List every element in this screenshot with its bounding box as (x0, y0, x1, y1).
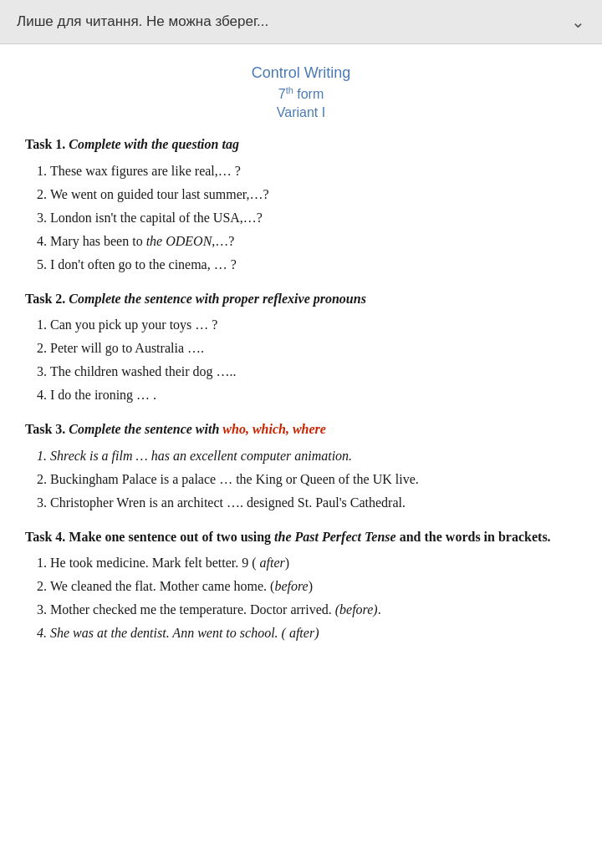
list-item: She was at the dentist. Ann went to scho… (50, 623, 577, 643)
list-item: The children washed their dog ….. (50, 362, 577, 382)
task3-description: Complete the sentence with (69, 422, 222, 436)
title-main: Control Writing (25, 64, 577, 82)
title-section: Control Writing 7th form Variant I (25, 64, 577, 120)
task4-list: He took medicine. Mark felt better. 9 ( … (50, 553, 577, 643)
task3-heading: Task 3. Complete the sentence with who, … (25, 420, 577, 439)
task1-description: Complete with the question tag (69, 137, 239, 151)
task2-list: Can you pick up your toys … ? Peter will… (50, 315, 577, 405)
task2-heading: Task 2. Complete the sentence with prope… (25, 290, 577, 308)
form-number: 7 (278, 87, 286, 101)
form-label: form (293, 87, 324, 101)
list-item: Mother checked me the temperature. Docto… (50, 600, 577, 620)
task3-list: Shreck is a film … has an excellent comp… (50, 446, 577, 513)
list-item: I don't often go to the cinema, … ? (50, 255, 577, 275)
title-form: 7th form (25, 85, 577, 102)
readonly-text: Лише для читання. Не можна зберег... (17, 13, 268, 30)
list-item: Can you pick up your toys … ? (50, 315, 577, 335)
list-item: He took medicine. Mark felt better. 9 ( … (50, 553, 577, 573)
task4-description: Make one sentence out of two using the P… (69, 530, 550, 544)
task1-heading: Task 1. Complete with the question tag (25, 135, 577, 154)
header-bar: Лише для читання. Не можна зберег... ⌄ (0, 0, 602, 44)
chevron-down-icon[interactable]: ⌄ (571, 12, 585, 32)
list-item: We went on guided tour last summer,…? (50, 185, 577, 205)
task4-heading: Task 4. Make one sentence out of two usi… (25, 528, 577, 546)
task4-label: Task 4. (25, 530, 65, 544)
task3-highlight: who, which, where (222, 422, 326, 436)
task1-list: These wax figures are like real,… ? We w… (50, 161, 577, 275)
form-sup: th (286, 85, 293, 95)
task2-description: Complete the sentence with proper reflex… (69, 292, 366, 306)
list-item: We cleaned the flat. Mother came home. (… (50, 576, 577, 596)
title-variant: Variant I (25, 105, 577, 120)
list-item: Shreck is a film … has an excellent comp… (50, 446, 577, 466)
task2-label: Task 2. (25, 292, 65, 306)
list-item: London isn't the capital of the USA,…? (50, 208, 577, 228)
main-content: Control Writing 7th form Variant I Task … (0, 44, 602, 682)
list-item: I do the ironing … . (50, 385, 577, 405)
list-item: Buckingham Palace is a palace … the King… (50, 470, 577, 490)
list-item: Christopher Wren is an architect …. desi… (50, 493, 577, 513)
task3-label: Task 3. (25, 422, 65, 436)
list-item: These wax figures are like real,… ? (50, 161, 577, 181)
task1-label: Task 1. (25, 137, 65, 151)
list-item: Peter will go to Australia …. (50, 338, 577, 358)
list-item: Mary has been to the ODEON,…? (50, 231, 577, 251)
